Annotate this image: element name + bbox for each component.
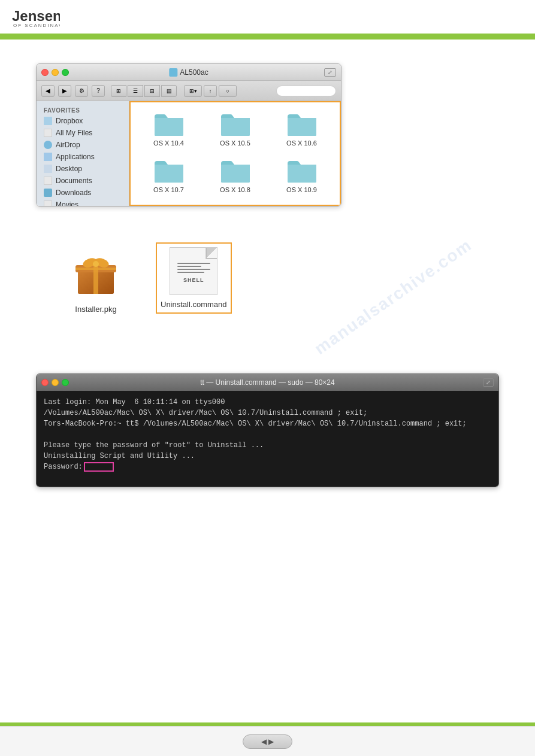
- terminal-password-input[interactable]: [84, 462, 114, 472]
- movies-icon: [44, 201, 52, 207]
- action-button[interactable]: ⚙: [75, 85, 88, 97]
- arrange-button[interactable]: ⊞▾: [184, 85, 202, 97]
- sidebar-item-allmyfiles[interactable]: All My Files: [37, 127, 129, 139]
- desktop-icon: [44, 165, 52, 173]
- sidebar-item-documents[interactable]: Documents: [37, 175, 129, 187]
- terminal-line-6: Uninstalling Script and Utility ...: [44, 451, 491, 462]
- page-navigation-button[interactable]: ◀ ▶: [243, 734, 292, 749]
- dropbox-icon: [44, 117, 52, 125]
- folder-osx104[interactable]: OS X 10.4: [137, 108, 201, 153]
- folder-label-osx105: OS X 10.5: [220, 139, 250, 147]
- shell-label: SHELL: [183, 277, 204, 283]
- logo: Jensen OF SCANDINAVIA: [12, 5, 60, 28]
- forward-button[interactable]: ▶: [58, 85, 71, 97]
- arrange-buttons: ⊞▾ ↑ ○: [184, 85, 237, 97]
- folder-label-osx106: OS X 10.6: [286, 139, 317, 147]
- finder-title: AL500ac: [169, 68, 208, 77]
- main-content: AL500ac ⤢ ◀ ▶ ⚙ ? ⊞ ☰ ⊟ ▤ ⊞▾ ↑ ○: [0, 40, 535, 362]
- sidebar-label-applications: Applications: [56, 153, 95, 161]
- folder-osx109[interactable]: OS X 10.9: [270, 155, 334, 199]
- documents-icon: [44, 177, 52, 185]
- folder-icon-osx106: [286, 111, 318, 137]
- terminal-password-line: Password:: [44, 462, 491, 472]
- folder-icon-osx104: [153, 111, 185, 137]
- sidebar-item-movies[interactable]: Movies: [37, 199, 129, 207]
- close-button[interactable]: [41, 69, 49, 76]
- allmyfiles-icon: [44, 129, 52, 137]
- column-view-button[interactable]: ⊟: [144, 85, 160, 97]
- sidebar-item-applications[interactable]: Applications: [37, 151, 129, 163]
- terminal-line-4: [44, 429, 491, 440]
- uninstall-command-box[interactable]: SHELL Uninstall.command: [156, 242, 232, 314]
- terminal-minimize-button[interactable]: [52, 379, 59, 386]
- terminal-line-1: Last login: Mon May 6 10:11:14 on ttys00…: [44, 397, 491, 408]
- finder-window: AL500ac ⤢ ◀ ▶ ⚙ ? ⊞ ☰ ⊟ ▤ ⊞▾ ↑ ○: [36, 63, 341, 207]
- terminal-maximize-button[interactable]: [62, 379, 69, 386]
- sidebar-label-airdrop: AirDrop: [56, 141, 80, 149]
- help-button[interactable]: ?: [92, 85, 105, 97]
- folder-osx106[interactable]: OS X 10.6: [270, 108, 334, 153]
- downloads-icon: [44, 189, 52, 197]
- sidebar-item-desktop[interactable]: Desktop: [37, 163, 129, 175]
- sidebar-item-airdrop[interactable]: AirDrop: [37, 139, 129, 151]
- finder-resize-btn[interactable]: ⤢: [324, 68, 336, 77]
- header: Jensen OF SCANDINAVIA: [0, 0, 535, 36]
- terminal-line-5: Please type the password of "root" to Un…: [44, 440, 491, 451]
- icon-view-button[interactable]: ⊞: [111, 85, 126, 97]
- installer-pkg-icon: [72, 252, 120, 300]
- sidebar-label-documents: Documents: [56, 177, 92, 185]
- finder-title-text: AL500ac: [180, 68, 208, 77]
- maximize-button[interactable]: [62, 69, 69, 76]
- finder-files-area: OS X 10.4 OS X 10.5 OS X 10.6: [129, 101, 341, 206]
- uninstall-command-item: SHELL Uninstall.command: [161, 247, 227, 309]
- terminal-body: Last login: Mon May 6 10:11:14 on ttys00…: [37, 391, 498, 487]
- airdrop-icon: [44, 141, 52, 149]
- burn-button[interactable]: ○: [219, 85, 237, 97]
- share-button[interactable]: ↑: [204, 85, 217, 97]
- terminal-line-2: /Volumes/AL500ac/Mac\ OS\ X\ driver/Mac\…: [44, 408, 491, 418]
- svg-text:OF SCANDINAVIA: OF SCANDINAVIA: [13, 23, 60, 28]
- list-view-button[interactable]: ☰: [128, 85, 143, 97]
- sidebar-label-movies: Movies: [56, 201, 78, 207]
- command-file-icon: SHELL: [170, 247, 217, 295]
- view-buttons: ⊞ ☰ ⊟ ▤: [111, 85, 177, 97]
- folder-icon-osx109: [286, 157, 318, 184]
- minimize-button[interactable]: [52, 69, 59, 76]
- finder-sidebar: FAVORITES Dropbox All My Files AirDrop A…: [37, 101, 129, 206]
- applications-icon: [44, 153, 52, 161]
- folder-label-osx104: OS X 10.4: [153, 139, 184, 147]
- files-section: Installer.pkg SHELL Uninstall.comm: [72, 242, 463, 314]
- folder-icon-osx107: [153, 157, 185, 184]
- folder-icon-osx108: [220, 157, 251, 184]
- traffic-lights: [41, 69, 69, 76]
- cover-flow-button[interactable]: ▤: [161, 85, 177, 97]
- installer-pkg-item[interactable]: Installer.pkg: [72, 252, 120, 314]
- folder-osx107[interactable]: OS X 10.7: [137, 155, 201, 199]
- terminal-resize-btn[interactable]: ⤢: [483, 378, 494, 387]
- finder-titlebar: AL500ac ⤢: [37, 64, 341, 81]
- finder-search[interactable]: [276, 86, 336, 96]
- folder-osx108[interactable]: OS X 10.8: [203, 155, 267, 199]
- terminal-line-3: Tors-MacBook-Pro:~ tt$ /Volumes/AL500ac/…: [44, 418, 491, 429]
- terminal-titlebar: tt — Uninstall.command — sudo — 80×24 ⤢: [37, 374, 498, 391]
- terminal-close-button[interactable]: [41, 379, 49, 386]
- folder-label-osx108: OS X 10.8: [220, 186, 250, 193]
- finder-body: FAVORITES Dropbox All My Files AirDrop A…: [37, 101, 341, 206]
- sidebar-label-dropbox: Dropbox: [56, 117, 83, 125]
- sidebar-label-desktop: Desktop: [56, 165, 82, 173]
- installer-pkg-label: Installer.pkg: [75, 305, 116, 314]
- command-file-label: Uninstall.command: [161, 300, 227, 309]
- sidebar-label-allmyfiles: All My Files: [56, 129, 92, 137]
- bottom-green-bar: [0, 722, 535, 726]
- svg-rect-6: [75, 268, 116, 270]
- sidebar-item-downloads[interactable]: Downloads: [37, 187, 129, 199]
- finder-folder-icon: [169, 68, 177, 77]
- sidebar-section-favorites: FAVORITES: [37, 106, 129, 115]
- footer: ◀ ▶: [0, 726, 535, 756]
- back-button[interactable]: ◀: [41, 85, 55, 97]
- svg-point-9: [93, 261, 99, 267]
- sidebar-item-dropbox[interactable]: Dropbox: [37, 115, 129, 127]
- finder-toolbar: ◀ ▶ ⚙ ? ⊞ ☰ ⊟ ▤ ⊞▾ ↑ ○: [37, 81, 341, 101]
- folder-osx105[interactable]: OS X 10.5: [203, 108, 267, 153]
- terminal-title-text: tt — Uninstall.command — sudo — 80×24: [200, 378, 334, 387]
